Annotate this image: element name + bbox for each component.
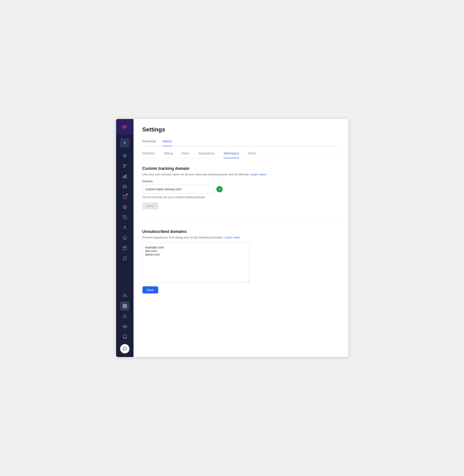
svg-rect-11 (124, 195, 126, 196)
top-tabs: Personal Admin (142, 139, 339, 146)
section-divider (142, 220, 339, 220)
page-title: Settings (142, 126, 339, 133)
sidebar-nav (120, 149, 129, 291)
svg-point-5 (126, 165, 126, 165)
custom-tracking-save-button[interactable]: Save (142, 202, 158, 209)
nav-team-icon[interactable] (120, 291, 129, 301)
domain-input-row (142, 185, 339, 194)
unsubscribed-domains-section: Unsubscribed domains Prevent sequences f… (142, 229, 339, 293)
nav-settings-icon[interactable] (120, 301, 129, 311)
custom-tracking-title: Custom tracking domain (142, 166, 339, 171)
nav-book-icon[interactable] (120, 332, 129, 341)
notification-badge (126, 194, 128, 195)
domain-label: Domain (142, 180, 339, 183)
svg-rect-9 (124, 175, 125, 178)
unsubscribed-domains-desc: Prevent sequences from being sent to the… (142, 236, 339, 239)
nav-copy-icon[interactable] (120, 213, 129, 222)
svg-point-15 (123, 236, 126, 240)
svg-marker-2 (123, 154, 126, 158)
custom-tracking-learn-more[interactable]: Learn more. (251, 173, 267, 176)
nav-clipboard-icon[interactable] (120, 192, 129, 202)
unsubscribed-domains-textarea[interactable]: example.com test.com demo.com (142, 243, 249, 283)
subtab-workspace[interactable]: Workspace (223, 152, 239, 158)
domain-valid-icon (216, 186, 223, 192)
nav-loop-icon[interactable] (120, 254, 129, 263)
nav-bell-icon[interactable] (120, 311, 129, 321)
subtab-members[interactable]: Members (142, 152, 155, 158)
nav-lightning-icon[interactable] (120, 151, 129, 160)
tab-admin[interactable]: Admin (163, 139, 172, 146)
svg-point-14 (124, 226, 126, 228)
logo-icon: W (121, 123, 128, 130)
svg-point-20 (124, 294, 125, 296)
nav-calendar-icon[interactable] (120, 243, 129, 253)
domain-success-text: You've correctly set up a custom trackin… (142, 195, 339, 199)
svg-point-4 (123, 165, 124, 165)
logo[interactable]: W (116, 119, 134, 135)
domain-input[interactable] (142, 185, 214, 194)
svg-text:W: W (122, 124, 127, 130)
svg-point-21 (124, 306, 125, 307)
nav-copyright-icon[interactable] (120, 233, 129, 243)
svg-rect-16 (123, 246, 126, 250)
svg-rect-10 (126, 175, 126, 178)
nav-graduation-icon[interactable] (120, 322, 129, 331)
nav-person-icon[interactable] (120, 223, 129, 232)
subtab-roles[interactable]: Roles (181, 152, 189, 158)
svg-marker-12 (123, 205, 126, 207)
unsubscribed-domains-desc-text: Prevent sequences from being sent to the… (142, 236, 224, 239)
subtab-rules[interactable]: Rules (248, 152, 256, 158)
nav-inbox-icon[interactable] (120, 182, 129, 191)
unsubscribed-domains-title: Unsubscribed domains (142, 229, 339, 234)
unsubscribed-domains-save-button[interactable]: Save (142, 286, 158, 293)
nav-branch-icon[interactable] (120, 161, 129, 171)
custom-tracking-desc: Use your own domain name for all your li… (142, 173, 339, 176)
custom-tracking-desc-text: Use your own domain name for all your li… (142, 173, 250, 176)
chat-button[interactable] (120, 344, 129, 353)
svg-point-3 (123, 167, 124, 167)
sidebar-bottom (120, 291, 129, 357)
nav-barchart-icon[interactable] (120, 172, 129, 181)
custom-tracking-section: Custom tracking domain Use your own doma… (142, 166, 339, 209)
subtab-integrations[interactable]: Integrations (198, 152, 215, 158)
nav-layers-icon[interactable] (120, 202, 129, 212)
sub-tabs: Members Billing Roles Integrations Works… (142, 152, 339, 158)
svg-rect-8 (123, 176, 124, 178)
compose-button[interactable]: + (120, 138, 129, 147)
tab-personal[interactable]: Personal (142, 139, 155, 146)
unsubscribed-domains-learn-more[interactable]: Learn more. (224, 236, 241, 239)
svg-rect-13 (124, 217, 126, 219)
sidebar: W + (116, 119, 134, 357)
subtab-billing[interactable]: Billing (164, 152, 173, 158)
main-content: Settings Personal Admin Members Billing … (134, 119, 348, 357)
